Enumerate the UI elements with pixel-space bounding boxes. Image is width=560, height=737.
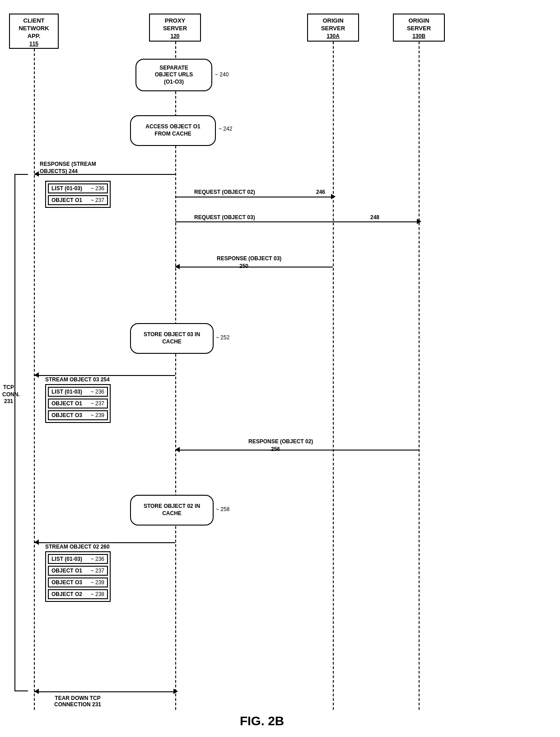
label-resp-244: RESPONSE (STREAMOBJECTS) 244 [40, 161, 96, 175]
actor-proxy: PROXYSERVER 120 [149, 14, 201, 42]
separate-urls-box: SEPARATEOBJECT URLS(O1-O3) [135, 59, 212, 91]
num-248: 248 [370, 214, 379, 221]
label-242: ~ 242 [219, 126, 232, 132]
access-o1-box: ACCESS OBJECT O1FROM CACHE [130, 115, 216, 146]
stream-group-260-label: STREAM OBJECT 02 260 [45, 544, 110, 550]
stream-group-254-label: STREAM OBJECT 03 254 [45, 376, 110, 383]
arrowhead-left-244 [34, 171, 39, 177]
label-252: ~ 252 [216, 334, 229, 341]
arrow-teardown [34, 691, 175, 692]
stream-group-260: LIST (01-03) ~ 236 OBJECT O1 ~ 237 OBJEC… [45, 551, 111, 602]
stream-260-obj02: OBJECT O2 ~ 238 [48, 589, 108, 599]
arrowhead-left-stream-o3 [34, 372, 39, 378]
arrow-resp-o2 [175, 450, 419, 451]
arrowhead-left-stream-o2 [34, 540, 39, 545]
label-teardown: TEAR DOWN TCPCONNECTION 231 [54, 695, 101, 708]
stream-260-obj03: OBJECT O3 ~ 239 [48, 577, 108, 587]
diagram: CLIENT NETWORK APP. 115 PROXYSERVER 120 … [0, 0, 560, 737]
label-258: ~ 258 [216, 506, 229, 512]
stream-254-list: LIST (01-03) ~ 236 [48, 387, 108, 397]
num-250: 250 [239, 263, 248, 269]
label-req-o3: REQUEST (OBJECT 03) [194, 214, 255, 221]
arrowhead-right-req-o3 [417, 219, 421, 224]
actor-origin-a: ORIGINSERVER 130A [307, 14, 359, 42]
stream-group-254: LIST (01-03) ~ 236 OBJECT O1 ~ 237 OBJEC… [45, 384, 111, 423]
label-req-o2: REQUEST (OBJECT 02) [194, 189, 255, 195]
stream-254-obj01: OBJECT O1 ~ 237 [48, 399, 108, 408]
tcp-conn-bracket [14, 174, 28, 691]
vline-origin-a [333, 42, 334, 710]
actor-origin-b: ORIGINSERVER 130B [393, 14, 445, 42]
stream-244-obj01: OBJECT O1 ~ 237 [48, 195, 108, 205]
stream-260-obj01: OBJECT O1 ~ 237 [48, 566, 108, 576]
arrow-stream-o3 [34, 375, 175, 376]
stream-group-244: LIST (01-03) ~ 236 OBJECT O1 ~ 237 [45, 181, 111, 208]
arrowhead-left-teardown [34, 689, 39, 694]
label-resp-o2: RESPONSE (OBJECT 02) [248, 438, 313, 445]
store-o3-box: STORE OBJECT 03 INCACHE [130, 323, 214, 354]
arrowhead-left-resp-o2 [175, 447, 180, 452]
arrow-req-o3 [175, 221, 419, 222]
vline-client [34, 49, 35, 710]
label-240: ~ 240 [215, 71, 229, 78]
stream-244-list: LIST (01-03) ~ 236 [48, 183, 108, 193]
arrowhead-left-resp-o3 [175, 264, 180, 269]
arrow-resp-o3 [175, 267, 333, 268]
vline-origin-b [419, 42, 420, 710]
arrowhead-right-req-o2 [331, 194, 336, 199]
num-256: 256 [271, 446, 280, 452]
label-resp-o3: RESPONSE (OBJECT 03) [217, 255, 281, 262]
actor-client: CLIENT NETWORK APP. 115 [9, 14, 59, 49]
store-o2-box: STORE OBJECT 02 INCACHE [130, 495, 214, 526]
arrow-req-o2 [175, 197, 333, 197]
tcp-conn-label: TCPCONN.231 [2, 384, 15, 405]
arrow-stream-o2 [34, 542, 175, 543]
arrowhead-right-teardown [173, 689, 178, 694]
fig-label: FIG. 2B [194, 714, 330, 728]
stream-254-obj03: OBJECT O3 ~ 239 [48, 410, 108, 420]
stream-260-list: LIST (01-03) ~ 236 [48, 554, 108, 564]
num-246: 246 [316, 189, 325, 195]
